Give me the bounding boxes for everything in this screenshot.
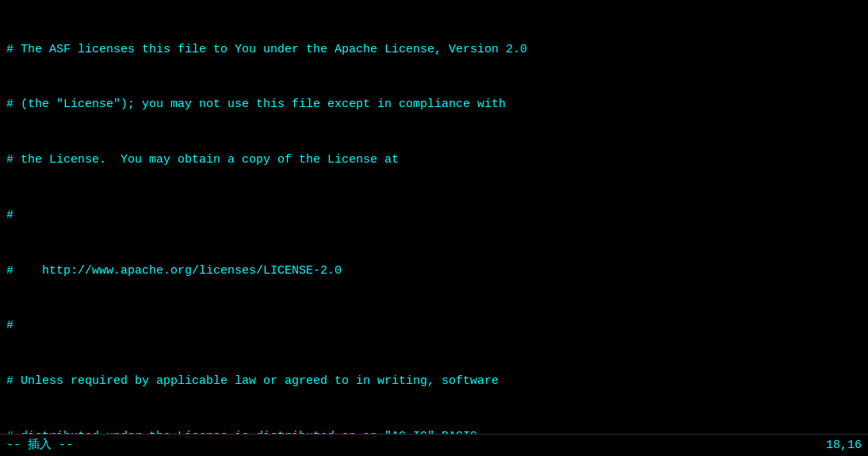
- editor-content: # The ASF licenses this file to You unde…: [0, 0, 868, 456]
- status-position: 18,16: [826, 436, 862, 454]
- line-3: # the License. You may obtain a copy of …: [6, 151, 862, 169]
- line-2: # (the "License"); you may not use this …: [6, 95, 862, 113]
- line-4: #: [6, 206, 862, 224]
- line-5: # http://www.apache.org/licenses/LICENSE…: [6, 262, 862, 280]
- line-7: # Unless required by applicable law or a…: [6, 372, 862, 390]
- status-mode: -- 插入 --: [6, 436, 73, 454]
- line-1: # The ASF licenses this file to You unde…: [6, 40, 862, 59]
- status-bar: -- 插入 -- 18,16: [0, 434, 868, 456]
- line-6: #: [6, 316, 862, 335]
